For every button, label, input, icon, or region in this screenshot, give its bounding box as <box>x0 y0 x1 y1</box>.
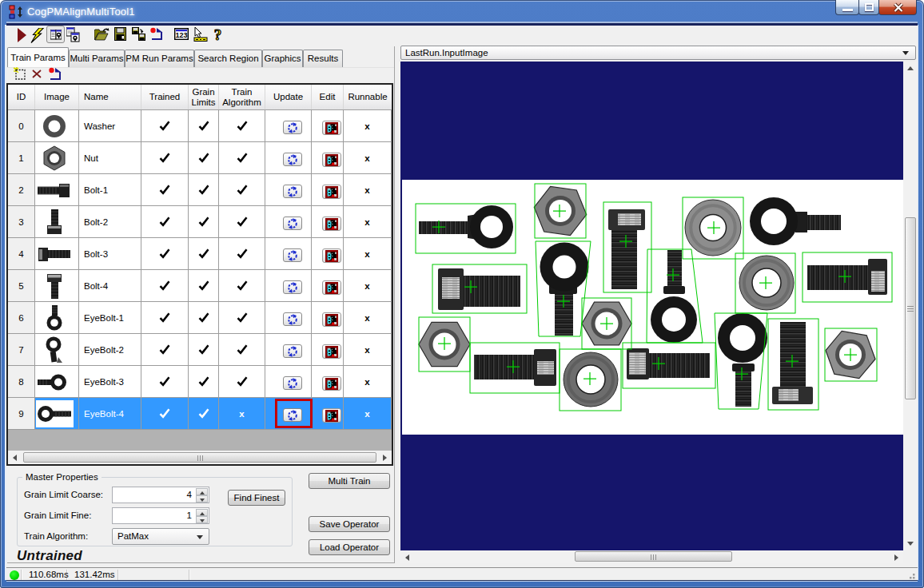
svg-text:123: 123 <box>175 31 187 39</box>
svg-text:?: ? <box>214 27 222 42</box>
